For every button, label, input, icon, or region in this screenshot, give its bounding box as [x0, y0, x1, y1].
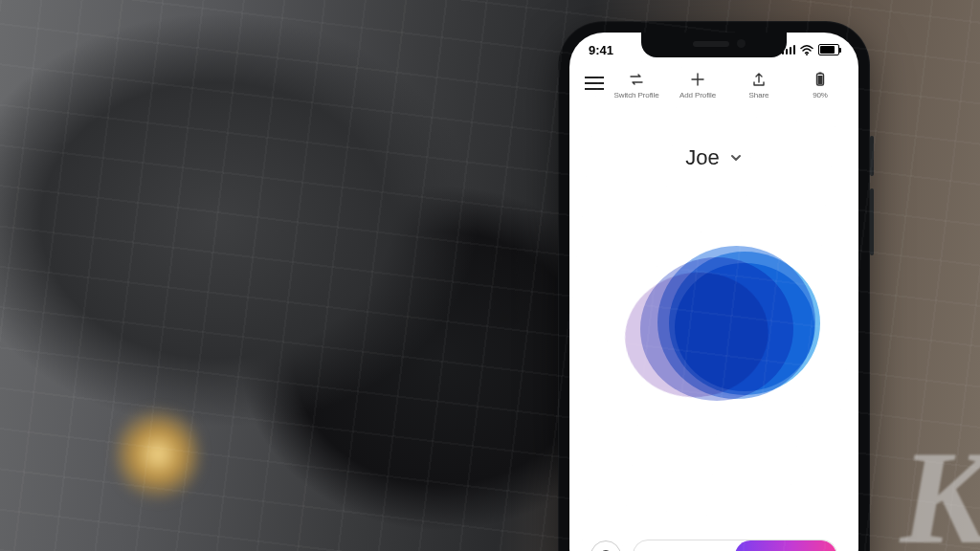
phone-side-button: [870, 188, 874, 255]
watermark-letter: K: [901, 420, 980, 551]
menu-button[interactable]: [585, 71, 604, 96]
plus-icon: [689, 71, 706, 88]
add-profile-label: Add Profile: [679, 91, 716, 99]
share-icon: [750, 71, 768, 88]
mode-neutral-option[interactable]: Neutral: [634, 540, 735, 551]
add-profile-button[interactable]: Add Profile: [675, 71, 721, 99]
status-indicators: [782, 44, 840, 55]
status-time: 9:41: [589, 43, 613, 57]
mode-personalised-option[interactable]: Personalised: [735, 540, 836, 551]
battery-icon: [818, 44, 839, 55]
phone-frame: 9:41 Switch Profile: [558, 21, 870, 551]
svg-rect-2: [819, 73, 822, 75]
switch-profile-button[interactable]: Switch Profile: [613, 71, 659, 99]
hearing-profile-visual: [569, 214, 858, 425]
wifi-icon: [800, 45, 813, 55]
phone-screen: 9:41 Switch Profile: [569, 33, 858, 551]
share-button[interactable]: Share: [736, 71, 782, 99]
headphone-settings-button[interactable]: [590, 540, 621, 551]
chevron-down-icon: [729, 145, 743, 170]
bottom-controls: Neutral Personalised: [569, 540, 858, 551]
switch-profile-label: Switch Profile: [613, 91, 658, 99]
svg-rect-3: [818, 76, 823, 84]
phone-notch: [641, 33, 787, 57]
app-toolbar: Switch Profile Add Profile Share: [569, 71, 858, 99]
battery-status: 90%: [797, 71, 843, 99]
headphone-glow: [115, 402, 201, 507]
phone-side-button: [870, 136, 874, 176]
share-label: Share: [749, 91, 769, 99]
svg-point-0: [806, 54, 808, 55]
profile-selector[interactable]: Joe: [569, 145, 858, 170]
background-photo: nura K 9:41: [0, 0, 980, 551]
headphone-brand: nura: [489, 249, 526, 327]
sound-mode-toggle[interactable]: Neutral Personalised: [633, 540, 837, 551]
switch-icon: [628, 71, 645, 88]
battery-label: 90%: [813, 91, 828, 99]
battery-level-icon: [812, 71, 829, 88]
profile-name-label: Joe: [685, 145, 719, 170]
